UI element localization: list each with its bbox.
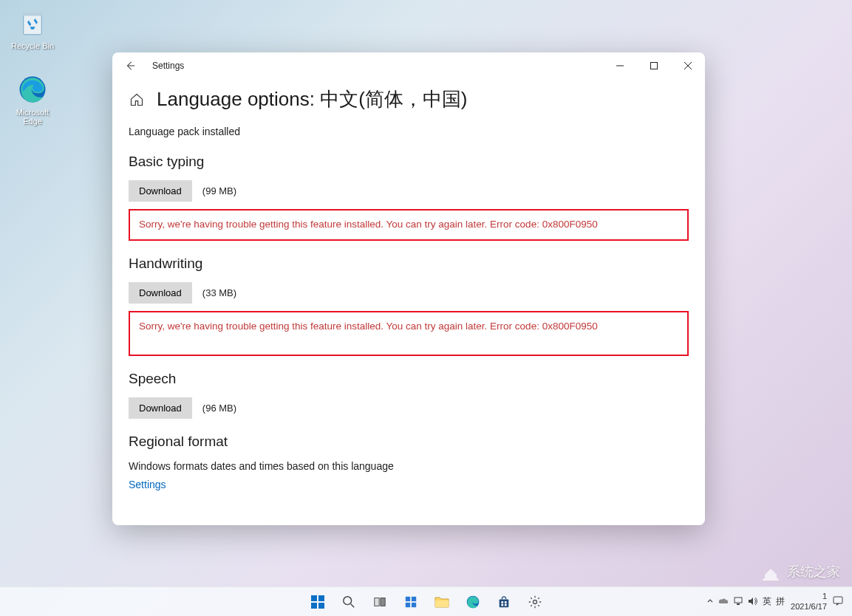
widgets-button[interactable] [398, 589, 424, 615]
download-size: (96 MB) [202, 403, 236, 414]
clock[interactable]: 1 2021/6/17 [791, 592, 827, 611]
svg-rect-17 [435, 600, 449, 607]
minimize-button[interactable] [603, 52, 637, 79]
error-highlight: Sorry, we're having trouble getting this… [129, 209, 689, 241]
error-message: Sorry, we're having trouble getting this… [139, 320, 678, 334]
download-button[interactable]: Download [129, 397, 192, 419]
desktop-icon-recycle-bin[interactable]: Recycle Bin [7, 7, 58, 50]
svg-point-24 [533, 600, 536, 603]
close-button[interactable] [671, 52, 705, 79]
home-icon[interactable] [129, 92, 145, 108]
svg-rect-0 [24, 16, 42, 35]
window-title: Settings [152, 61, 184, 71]
svg-line-10 [350, 603, 354, 607]
svg-rect-14 [411, 596, 415, 600]
tray-chevron-icon[interactable] [706, 598, 714, 606]
pack-status: Language pack installed [129, 126, 689, 137]
section-regional-format: Regional format Windows formats dates an… [129, 434, 689, 491]
svg-rect-7 [311, 603, 317, 609]
svg-rect-13 [405, 596, 409, 600]
network-icon[interactable] [733, 597, 743, 607]
ime-lang[interactable]: 英 [763, 595, 771, 608]
svg-rect-1 [22, 13, 43, 16]
svg-rect-15 [405, 602, 409, 606]
settings-taskbar-button[interactable] [522, 589, 548, 615]
desktop-icon-label: Microsoft Edge [7, 108, 58, 126]
task-view-button[interactable] [367, 589, 393, 615]
edge-icon [17, 74, 48, 105]
desktop-icon-edge[interactable]: Microsoft Edge [7, 74, 58, 126]
desktop-icon-label: Recycle Bin [7, 41, 58, 50]
svg-rect-12 [380, 598, 384, 606]
ime-mode[interactable]: 拼 [776, 595, 785, 608]
svg-rect-21 [504, 601, 506, 603]
svg-rect-26 [737, 603, 740, 605]
watermark-text: 系统之家 [787, 563, 840, 581]
section-heading: Basic typing [129, 154, 689, 170]
svg-rect-19 [499, 599, 508, 607]
svg-rect-8 [318, 603, 324, 609]
svg-rect-27 [834, 597, 842, 603]
notifications-icon[interactable] [833, 596, 843, 608]
download-size: (99 MB) [202, 185, 236, 196]
regional-description: Windows formats dates and times based on… [129, 460, 689, 472]
titlebar: Settings [112, 52, 705, 79]
svg-rect-16 [411, 602, 415, 606]
content-area: Language options: 中文(简体，中国) Language pac… [112, 86, 705, 521]
system-tray: 英 拼 1 2021/6/17 [706, 592, 852, 611]
back-button[interactable] [121, 57, 139, 75]
desktop: Recycle Bin Microsoft Edge Settings [0, 0, 852, 616]
taskbar: 英 拼 1 2021/6/17 [0, 586, 852, 616]
download-button[interactable]: Download [129, 282, 192, 304]
window-controls [603, 52, 705, 79]
error-message: Sorry, we're having trouble getting this… [139, 218, 678, 232]
recycle-bin-icon [17, 7, 48, 38]
section-handwriting: Handwriting Download (33 MB) Sorry, we'r… [129, 256, 689, 356]
download-size: (33 MB) [202, 287, 236, 298]
maximize-button[interactable] [637, 52, 671, 79]
download-button[interactable]: Download [129, 180, 192, 202]
svg-point-9 [343, 596, 351, 604]
explorer-button[interactable] [429, 589, 455, 615]
svg-rect-22 [501, 603, 503, 606]
edge-taskbar-button[interactable] [460, 589, 486, 615]
svg-rect-6 [318, 595, 324, 601]
section-basic-typing: Basic typing Download (99 MB) Sorry, we'… [129, 154, 689, 241]
svg-rect-20 [501, 601, 503, 603]
start-button[interactable] [304, 589, 331, 615]
volume-icon[interactable] [748, 597, 758, 607]
svg-rect-25 [735, 598, 742, 603]
svg-rect-5 [311, 595, 317, 601]
svg-rect-4 [651, 63, 658, 69]
svg-rect-23 [504, 603, 506, 606]
clock-time: 1 [791, 592, 827, 601]
watermark: 系统之家 [759, 560, 840, 584]
watermark-icon [759, 560, 783, 584]
onedrive-icon[interactable] [718, 598, 729, 606]
page-title: Language options: 中文(简体，中国) [157, 86, 468, 112]
store-button[interactable] [491, 589, 517, 615]
section-heading: Regional format [129, 434, 689, 450]
section-heading: Handwriting [129, 256, 689, 272]
error-highlight: Sorry, we're having trouble getting this… [129, 311, 689, 356]
section-heading: Speech [129, 371, 689, 387]
settings-link[interactable]: Settings [129, 479, 166, 490]
svg-rect-11 [374, 598, 378, 606]
clock-date: 2021/6/17 [791, 602, 827, 612]
section-speech: Speech Download (96 MB) [129, 371, 689, 419]
search-button[interactable] [335, 589, 362, 615]
taskbar-center [304, 587, 548, 616]
settings-window: Settings Language options: 中文(简体，中国) [112, 52, 705, 525]
